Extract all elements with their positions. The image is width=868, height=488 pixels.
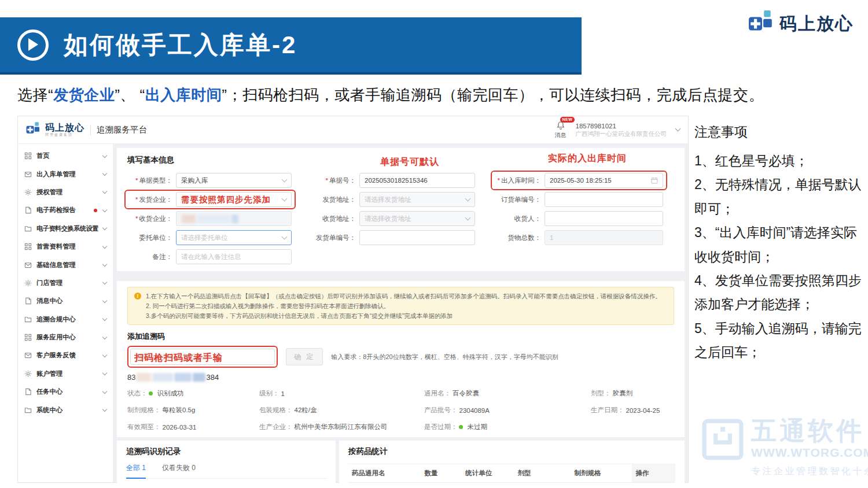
shipper-company-select[interactable]: 需要按照第四步先添加 <box>176 192 292 207</box>
play-icon <box>17 29 49 61</box>
sidebar-item-inout-orders[interactable]: 出入库单管理 <box>18 165 113 183</box>
stats-title: 按药品统计 <box>348 446 675 457</box>
form-column-1: *单据类型：采购入库*发货企业：需要按照第四步先添加*收货企业：委托单位：请选择… <box>127 173 296 264</box>
sidebar-item-home[interactable]: 首页 <box>18 147 113 165</box>
detail-label: 制剂规格： <box>127 406 161 415</box>
grid-icon <box>24 152 32 160</box>
field-label: *发货企业： <box>127 195 172 204</box>
select-value: 采购入库 <box>181 176 208 185</box>
folder-icon <box>24 316 32 323</box>
purchase-order-no-input[interactable] <box>545 192 663 207</box>
field-receive-address: 收货地址：请选择收货地址 <box>314 211 475 226</box>
slide-title: 如何做手工入库单-2 <box>64 29 297 61</box>
annotation-redbox-shipper-company: *发货企业：需要按照第四步先添加 <box>124 190 296 209</box>
sidebar-item-label: 基础信息管理 <box>36 261 98 269</box>
trace-section-title: 添加追溯码 <box>127 331 674 342</box>
detail-value: 1 <box>281 390 284 397</box>
field-label: 发货地址： <box>314 195 356 204</box>
sidebar-item-account[interactable]: 账户管理 <box>18 365 113 383</box>
title-banner: 如何做手工入库单-2 <box>0 17 582 75</box>
message-label: 消息 <box>555 132 567 139</box>
field-label: *出入库时间： <box>494 176 541 185</box>
field-receiver-company: *收货企业： <box>127 211 296 226</box>
stats-column-header: 剂型 <box>514 464 571 482</box>
trace-code-suffix: 384 <box>206 373 219 382</box>
sidebar-item-drug-report[interactable]: 电子药检报告 <box>18 201 113 219</box>
sidebar-item-label: 出入库单管理 <box>36 170 98 179</box>
remark-input[interactable]: 请在此输入备注信息 <box>176 249 292 264</box>
sidebar-item-trace-compliance[interactable]: 追溯合规中心 <box>18 310 113 328</box>
input-placeholder: 请在此输入备注信息 <box>181 253 241 261</box>
ship-address-select: 请选择发货地址 <box>359 192 475 207</box>
blurred-chip <box>193 373 205 382</box>
stats-column-header: 操作 <box>632 464 675 482</box>
folder-icon <box>24 406 32 414</box>
slide: 如何做手工入库单-2 码上放心 选择“发货企业”、 “出入库时间”；扫码枪扫码，… <box>0 0 868 488</box>
tab-all[interactable]: 全部 1 <box>126 463 146 479</box>
sidebar-item-service-apps[interactable]: 服务应用中心 <box>18 328 113 346</box>
sidebar-item-first-biz-doc[interactable]: 首营资料管理 <box>18 238 113 256</box>
message-bell[interactable]: NEW 消息 <box>555 121 567 139</box>
user-info[interactable]: 18578981021 广西鸿翔一心堂药业有限责任公司 <box>576 122 667 138</box>
sidebar-item-task-center[interactable]: 任务中心 <box>18 383 113 401</box>
sidebar-item-system-center[interactable]: 系统中心 <box>18 401 113 419</box>
watermark: 五通软件 WWW.WTORG.COM 专注企业管理数智化十余年 <box>701 418 868 478</box>
inout-time-input[interactable]: 2025-05-30 18:25:15 <box>545 173 663 188</box>
note-item: 5、手动输入追溯码，请输完之后回车； <box>694 317 862 365</box>
receiver-person-input[interactable] <box>545 211 663 226</box>
brand-logo: 码上放心 <box>748 9 854 38</box>
ship-order-no-input[interactable] <box>359 230 475 245</box>
detail-label: 是否过期： <box>424 423 458 431</box>
instruction-segment: ”；扫码枪扫码，或者手输追溯码（输完回车），可以连续扫码，完成后点提交。 <box>222 86 764 103</box>
input-value: 20250530182515346 <box>365 177 428 184</box>
sidebar-item-edi-settings[interactable]: 电子资料交换系统设置 <box>18 220 113 238</box>
sidebar-item-label: 系统中心 <box>36 406 98 415</box>
entrust-unit-select[interactable]: 请选择委托单位 <box>176 230 292 245</box>
date-value: 2025-05-30 18:25:15 <box>550 177 612 184</box>
sidebar-item-label: 客户服务反馈 <box>36 351 98 360</box>
field-order-type: *单据类型：采购入库 <box>127 173 296 188</box>
detail-label: 状态： <box>127 389 148 398</box>
detail-value: 未过期 <box>467 423 487 431</box>
sidebar-item-message-center[interactable]: 消息中心 <box>18 292 113 310</box>
notice-box: ! 1.在下方输入一个药品追溯码后点击【回车键】（或点击确定按钮）后即可识别并添… <box>127 287 674 325</box>
chevron-down-icon <box>102 262 107 267</box>
drug-detail-item: 产品批号：2304089A <box>424 406 591 415</box>
chevron-down-icon <box>102 389 107 394</box>
field-ship-address: 发货地址：请选择发货地址 <box>314 192 475 207</box>
app-logo-subtext: 阿里健康集团 <box>45 133 84 137</box>
sidebar-item-label: 账户管理 <box>36 369 98 378</box>
basic-info-card: 填写基本信息 单据号可默认 实际的入出库时间 *单据类型：采购入库*发货企业：需… <box>117 148 685 271</box>
confirm-button[interactable]: 确 定 <box>286 348 323 365</box>
field-label: *收货企业： <box>127 215 172 223</box>
detail-value: 每粒装0.5g <box>162 406 195 415</box>
detail-value: 杭州中美华东制药江东有限公司 <box>294 423 387 431</box>
form-column-3: *出入库时间：2025-05-30 18:25:15订货单编号：收货人：货物总数… <box>494 173 667 264</box>
watermark-url: WWW.WTORG.COM <box>751 446 868 460</box>
trace-code-value: 83 384 <box>127 373 674 382</box>
required-asterisk: * <box>135 215 138 222</box>
order-type-select[interactable]: 采购入库 <box>176 173 292 188</box>
trace-card: ! 1.在下方输入一个药品追溯码后点击【回车键】（或点击确定按钮）后即可识别并添… <box>117 281 685 437</box>
field-label: 货物总数： <box>494 234 541 242</box>
chevron-down-icon <box>102 353 107 357</box>
sidebar-item-auth[interactable]: 授权管理 <box>18 183 113 201</box>
notes-title: 注意事项 <box>694 123 862 141</box>
sidebar-item-customer-feedback[interactable]: 客户服务反馈 <box>18 346 113 364</box>
field-goods-total: 货物总数：1 <box>494 230 667 245</box>
main-content: 填写基本信息 单据号可默认 实际的入出库时间 *单据类型：采购入库*发货企业：需… <box>113 144 688 482</box>
records-title: 追溯码识别记录 <box>126 446 326 457</box>
sidebar-item-store[interactable]: 门店管理 <box>18 274 113 292</box>
drug-detail-item: 生产日期：2023-04-25 <box>591 406 674 415</box>
detail-label: 级别： <box>259 389 279 398</box>
chevron-down-icon <box>102 208 107 212</box>
order-no-input[interactable]: 20250530182515346 <box>359 173 475 188</box>
field-label: 发货单编号： <box>314 234 356 242</box>
chevron-down-icon <box>465 215 471 221</box>
blurred-chip <box>182 215 196 223</box>
gear-icon <box>24 279 32 287</box>
sidebar-item-base-info[interactable]: 基础信息管理 <box>18 256 113 273</box>
chevron-down-icon <box>282 196 288 202</box>
chevron-down-icon <box>102 407 107 412</box>
tab-failed-only[interactable]: 仅看失败 0 <box>162 463 196 478</box>
